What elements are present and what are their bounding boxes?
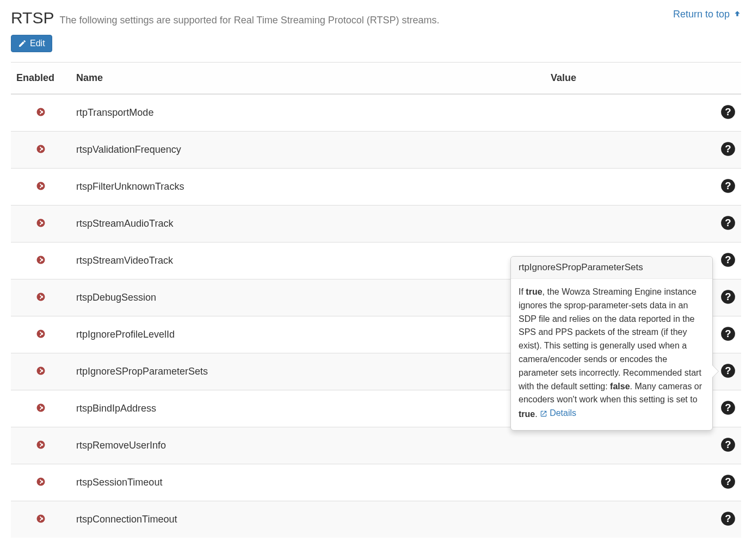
disabled-icon xyxy=(36,107,46,117)
svg-text:?: ? xyxy=(725,402,731,413)
disabled-icon xyxy=(36,440,46,450)
svg-text:?: ? xyxy=(725,365,731,376)
popover-details-label: Details xyxy=(550,407,576,420)
disabled-icon xyxy=(36,181,46,191)
setting-name: rtspStreamAudioTrack xyxy=(76,218,173,229)
name-cell: rtspDebugSession xyxy=(71,279,545,316)
name-cell: rtpIgnoreProfileLevelId xyxy=(71,316,545,353)
help-cell: ? xyxy=(698,427,741,464)
name-cell: rtspBindIpAddress xyxy=(71,390,545,427)
disabled-icon xyxy=(36,403,46,413)
svg-point-15 xyxy=(37,219,45,227)
value-cell xyxy=(545,464,698,501)
popover-details-link[interactable]: Details xyxy=(540,407,576,420)
table-row: rtspFilterUnknownTracks? xyxy=(11,169,741,206)
enabled-cell xyxy=(11,132,71,169)
svg-point-5 xyxy=(37,145,45,153)
table-row: rtspStreamAudioTrack? xyxy=(11,206,741,242)
help-cell: ? xyxy=(698,169,741,206)
help-icon[interactable]: ? xyxy=(720,252,736,267)
table-row: rtspValidationFrequency? xyxy=(11,132,741,169)
svg-point-55 xyxy=(37,515,45,523)
value-cell xyxy=(545,169,698,206)
help-icon[interactable]: ? xyxy=(720,363,736,378)
return-to-top-link[interactable]: Return to top xyxy=(673,9,741,20)
enabled-cell xyxy=(11,279,71,316)
disabled-icon xyxy=(36,329,46,339)
help-popover: rtpIgnoreSPropParameterSets If true, the… xyxy=(510,256,713,431)
name-cell: rtspStreamAudioTrack xyxy=(71,206,545,242)
table-row: rtspConnectionTimeout? xyxy=(11,501,741,538)
pencil-icon xyxy=(18,39,27,48)
value-cell xyxy=(545,501,698,538)
svg-point-50 xyxy=(37,478,45,486)
value-cell xyxy=(545,94,698,132)
enabled-cell xyxy=(11,464,71,501)
svg-point-0 xyxy=(37,108,45,116)
svg-text:?: ? xyxy=(725,180,731,191)
name-cell: rtspSessionTimeout xyxy=(71,464,545,501)
return-to-top-label: Return to top xyxy=(673,9,730,20)
help-icon[interactable]: ? xyxy=(720,474,736,489)
svg-point-40 xyxy=(37,404,45,412)
help-icon[interactable]: ? xyxy=(720,511,736,526)
help-icon[interactable]: ? xyxy=(720,141,736,157)
value-cell xyxy=(545,427,698,464)
help-cell: ? xyxy=(698,501,741,538)
edit-button[interactable]: Edit xyxy=(11,35,52,52)
svg-point-35 xyxy=(37,367,45,375)
svg-text:?: ? xyxy=(725,328,731,339)
setting-name: rtspSessionTimeout xyxy=(76,477,162,488)
svg-point-25 xyxy=(37,293,45,301)
name-cell: rtspRemoveUserInfo xyxy=(71,427,545,464)
popover-content: If true, the Wowza Streaming Engine inst… xyxy=(511,279,712,430)
enabled-cell xyxy=(11,390,71,427)
enabled-cell xyxy=(11,353,71,390)
enabled-cell xyxy=(11,206,71,242)
help-icon[interactable]: ? xyxy=(720,104,736,120)
column-header-help xyxy=(698,63,741,95)
help-icon[interactable]: ? xyxy=(720,215,736,231)
name-cell: rtpTransportMode xyxy=(71,94,545,132)
help-icon[interactable]: ? xyxy=(720,178,736,194)
setting-name: rtspValidationFrequency xyxy=(76,144,181,155)
disabled-icon xyxy=(36,366,46,376)
popover-title: rtpIgnoreSPropParameterSets xyxy=(511,257,712,279)
enabled-cell xyxy=(11,427,71,464)
arrow-up-icon xyxy=(733,10,741,17)
disabled-icon xyxy=(36,255,46,265)
table-row: rtpTransportMode? xyxy=(11,94,741,132)
disabled-icon xyxy=(36,514,46,524)
external-link-icon xyxy=(540,410,547,418)
name-cell: rtspConnectionTimeout xyxy=(71,501,545,538)
setting-name: rtpIgnoreProfileLevelId xyxy=(76,329,175,340)
help-icon[interactable]: ? xyxy=(720,289,736,304)
svg-point-10 xyxy=(37,182,45,190)
svg-point-45 xyxy=(37,441,45,449)
enabled-cell xyxy=(11,169,71,206)
help-icon[interactable]: ? xyxy=(720,326,736,341)
setting-name: rtpTransportMode xyxy=(76,107,153,118)
column-header-enabled: Enabled xyxy=(11,63,71,95)
svg-text:?: ? xyxy=(725,439,731,450)
disabled-icon xyxy=(36,218,46,228)
help-cell: ? xyxy=(698,206,741,242)
disabled-icon xyxy=(36,144,46,154)
help-cell: ? xyxy=(698,132,741,169)
svg-point-20 xyxy=(37,256,45,264)
name-cell: rtspFilterUnknownTracks xyxy=(71,169,545,206)
svg-text:?: ? xyxy=(725,476,731,487)
column-header-name: Name xyxy=(71,63,545,95)
help-cell: ? xyxy=(698,94,741,132)
edit-button-label: Edit xyxy=(30,39,45,48)
name-cell: rtpIgnoreSPropParameterSets xyxy=(71,353,545,390)
svg-text:?: ? xyxy=(725,106,731,117)
help-icon[interactable]: ? xyxy=(720,400,736,415)
svg-text:?: ? xyxy=(725,291,731,302)
enabled-cell xyxy=(11,94,71,132)
setting-name: rtpIgnoreSPropParameterSets xyxy=(76,366,208,377)
enabled-cell xyxy=(11,501,71,538)
help-icon[interactable]: ? xyxy=(720,437,736,452)
disabled-icon xyxy=(36,292,46,302)
help-cell: ? xyxy=(698,464,741,501)
